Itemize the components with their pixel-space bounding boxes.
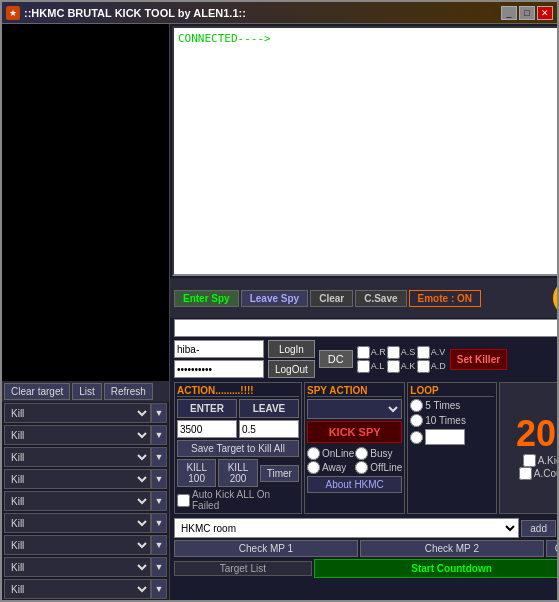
kill-combo-8[interactable]: Kill: [4, 557, 151, 577]
busy-radio[interactable]: [355, 447, 368, 460]
leave-spy-button[interactable]: Leave Spy: [241, 290, 308, 307]
start-countdown-button[interactable]: Start Countdown: [314, 559, 557, 578]
close-button[interactable]: ✕: [537, 6, 553, 20]
password-input[interactable]: [174, 360, 264, 378]
ar-checkbox[interactable]: [357, 346, 370, 359]
console-area: CONNECTED---->: [172, 26, 557, 276]
kill-combo-2[interactable]: Kill: [4, 425, 151, 445]
add-room-button[interactable]: add: [521, 520, 556, 537]
kick-spy-button[interactable]: KICK SPY: [307, 421, 402, 443]
acount-checkbox-item: A.Count: [519, 467, 557, 480]
enter-button[interactable]: ENTER: [177, 399, 237, 418]
ad-label: A.D: [431, 361, 446, 371]
username-input[interactable]: [174, 340, 264, 358]
custom-loop-item: [410, 429, 494, 445]
csave-button[interactable]: C.Save: [355, 290, 406, 307]
action-title: ACTION.........!!!!: [177, 385, 299, 397]
right-panel: CONNECTED----> Enter Spy Leave Spy Clear…: [170, 24, 557, 600]
kill-combo-9[interactable]: Kill: [4, 579, 151, 599]
timer-button[interactable]: Timer: [260, 465, 299, 482]
ad-checkbox[interactable]: [417, 360, 430, 373]
kill-arrow-7[interactable]: ▼: [151, 535, 167, 555]
kill-arrow-9[interactable]: ▼: [151, 579, 167, 599]
kill200-button[interactable]: KILL 200: [218, 459, 257, 487]
logout-button[interactable]: LogOut: [268, 360, 315, 378]
kill-row-6: Kill ▼: [4, 513, 167, 533]
al-checkbox[interactable]: [357, 360, 370, 373]
set-killer-button[interactable]: Set Killer: [450, 349, 507, 370]
kill-combo-6[interactable]: Kill: [4, 513, 151, 533]
toolbar: Enter Spy Leave Spy Clear C.Save Emote :…: [170, 278, 557, 318]
enter-spy-button[interactable]: Enter Spy: [174, 290, 239, 307]
list-button[interactable]: List: [72, 383, 102, 400]
clear-target-button[interactable]: Clear target: [4, 383, 70, 400]
kill-arrow-8[interactable]: ▼: [151, 557, 167, 577]
kill-row-1: Kill ▼: [4, 403, 167, 423]
maximize-button[interactable]: □: [519, 6, 535, 20]
away-radio[interactable]: [307, 461, 320, 474]
message-input[interactable]: [174, 319, 557, 337]
offline-radio[interactable]: [355, 461, 368, 474]
about-button[interactable]: About HKMC: [307, 476, 402, 493]
save-target-button[interactable]: Save Target to Kill All: [177, 440, 299, 457]
acount-checkbox[interactable]: [519, 467, 532, 480]
target-list-label: Target List: [174, 561, 312, 576]
kill-combo-7[interactable]: Kill: [4, 535, 151, 555]
kill-arrow-3[interactable]: ▼: [151, 447, 167, 467]
offline-radio-item: OffLine: [355, 461, 402, 474]
kill-arrow-4[interactable]: ▼: [151, 469, 167, 489]
room-combo[interactable]: HKMC room: [174, 518, 519, 538]
ten-times-label: 10 Times: [425, 415, 466, 426]
five-times-radio[interactable]: [410, 399, 423, 412]
dc-button[interactable]: DC: [319, 350, 353, 368]
action-panel: ACTION.........!!!! ENTER LEAVE Save Tar…: [174, 382, 302, 514]
close-room-button[interactable]: Close: [546, 540, 557, 557]
check-mp1-button[interactable]: Check MP 1: [174, 540, 358, 557]
kill-combo-5[interactable]: Kill: [4, 491, 151, 511]
kill100-button[interactable]: KILL 100: [177, 459, 216, 487]
kill-combo-4[interactable]: Kill: [4, 469, 151, 489]
spy-combo[interactable]: [307, 399, 402, 419]
score-panel: 20 .0 A.Kick A.Count: [499, 382, 557, 514]
login-area: LogIn LogOut DC A.R A.S A.V: [170, 338, 557, 380]
checkboxes-group: A.R A.S A.V A.L: [357, 346, 446, 373]
check-mp2-button[interactable]: Check MP 2: [360, 540, 544, 557]
kill-arrow-2[interactable]: ▼: [151, 425, 167, 445]
title-bar-left: ★ ::HKMC BRUTAL KICK TOOL by ALEN1.1::: [6, 6, 246, 20]
ten-times-radio[interactable]: [410, 414, 423, 427]
left-toolbar: Clear target List Refresh: [2, 381, 169, 402]
akick-checkbox[interactable]: [523, 454, 536, 467]
value2-input[interactable]: [239, 420, 299, 438]
custom-loop-input[interactable]: [425, 429, 465, 445]
clear-button[interactable]: Clear: [310, 290, 353, 307]
ak-checkbox[interactable]: [387, 360, 400, 373]
online-radio[interactable]: [307, 447, 320, 460]
minimize-button[interactable]: _: [501, 6, 517, 20]
value1-input[interactable]: [177, 420, 237, 438]
kill-combo-3[interactable]: Kill: [4, 447, 151, 467]
refresh-button[interactable]: Refresh: [104, 383, 153, 400]
away-label: Away: [322, 462, 346, 473]
kill-row-8: Kill ▼: [4, 557, 167, 577]
ak-label: A.K: [401, 361, 416, 371]
auto-kick-checkbox[interactable]: [177, 494, 190, 507]
kill-arrow-5[interactable]: ▼: [151, 491, 167, 511]
av-checkbox-item: A.V: [417, 346, 446, 359]
custom-loop-radio[interactable]: [410, 431, 423, 444]
leave-button[interactable]: LEAVE: [239, 399, 299, 418]
status-radio-group: OnLine Busy Away OffLine: [307, 447, 402, 474]
kill-row-2: Kill ▼: [4, 425, 167, 445]
al-label: A.L: [371, 361, 385, 371]
kill-row-5: Kill ▼: [4, 491, 167, 511]
score-decimal: .0: [556, 429, 557, 449]
score-number: 20: [516, 416, 556, 452]
av-checkbox[interactable]: [417, 346, 430, 359]
kill-arrow-6[interactable]: ▼: [151, 513, 167, 533]
kill-combo-1[interactable]: Kill: [4, 403, 151, 423]
login-button[interactable]: LogIn: [268, 340, 315, 358]
emote-button[interactable]: Emote : ON: [409, 290, 481, 307]
spy-action-panel: SPY ACTION KICK SPY OnLine Busy: [304, 382, 405, 514]
kill-arrow-1[interactable]: ▼: [151, 403, 167, 423]
online-radio-item: OnLine: [307, 447, 354, 460]
as-checkbox[interactable]: [387, 346, 400, 359]
